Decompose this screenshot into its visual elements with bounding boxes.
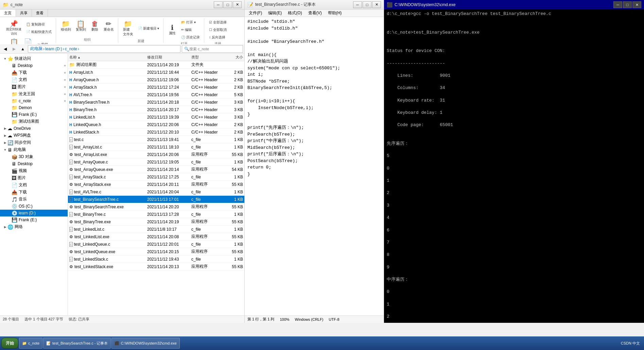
table-row[interactable]: H BinaryTree.h 2021/11/14 20:17 C/C++ He…	[68, 106, 244, 113]
cmd-maximize-button[interactable]: □	[623, 1, 632, 8]
sidebar-item-learn-d[interactable]: 💿 learn (D:)	[0, 210, 68, 216]
tab-share[interactable]: 共享	[16, 10, 32, 17]
copy-path-button[interactable]: 📋 复制路径	[24, 21, 54, 28]
properties-button[interactable]: ℹ 属性	[166, 23, 178, 37]
pin-quick-access-button[interactable]: 📌 固定到快速访问	[4, 19, 23, 37]
sidebar-item-desktop2[interactable]: 🖥 Desktop	[0, 160, 68, 167]
sidebar-item-cnote[interactable]: 📁 c_note ★	[0, 98, 68, 104]
close-button[interactable]: ✕	[233, 1, 242, 8]
notepad-close-button[interactable]: ✕	[372, 1, 381, 8]
address-path-display[interactable]: 此电脑 › learn (D:) › c_note ›	[28, 45, 180, 53]
sidebar-item-pictures2[interactable]: 🖼 图片	[0, 174, 68, 181]
sidebar-item-documents[interactable]: 📄 文档 ★	[0, 76, 68, 83]
menu-help[interactable]: 帮助(H)	[325, 10, 345, 17]
menu-format[interactable]: 格式(O)	[285, 10, 304, 17]
sidebar-item-pictures[interactable]: 🖼 图片 ★	[0, 83, 68, 90]
path-segment-learn[interactable]: learn (D:)	[45, 47, 62, 51]
table-row[interactable]: ⚙ test_ArrayList.exe 2021/11/14 20:06 应用…	[68, 151, 244, 158]
notepad-maximize-button[interactable]: □	[363, 1, 371, 8]
sidebar-item-wps[interactable]: ▶ ☁ WPS网盘	[0, 132, 68, 139]
forward-button[interactable]: ▶	[10, 45, 18, 53]
notepad-content[interactable]: #include "stdio.h" #include "stdlib.h" #…	[245, 17, 384, 315]
delete-button[interactable]: 🗑 删除	[89, 19, 101, 33]
tab-view[interactable]: 查看	[32, 10, 48, 17]
sidebar-item-demon[interactable]: 📁 Demon	[0, 104, 68, 111]
table-row[interactable]: H ArrayStack.h 2021/11/12 17:24 C/C++ He…	[68, 84, 244, 91]
table-row[interactable]: H LinkedStack.h 2021/11/12 20:10 C/C++ H…	[68, 128, 244, 136]
open-button[interactable]: 📂 打开 ▾	[179, 19, 202, 26]
table-row[interactable]: ⚙ test_BinarySearchTree.exe 2021/11/14 2…	[68, 203, 244, 211]
menu-view[interactable]: 查看(V)	[306, 10, 325, 17]
table-row[interactable]: ⚙ test_LinkedQueue.exe 2021/11/14 20:15 …	[68, 248, 244, 256]
cmd-close-button[interactable]: ✕	[632, 1, 641, 8]
minimize-button[interactable]: ─	[214, 1, 223, 8]
sidebar-item-docs2[interactable]: 📄 文档	[0, 181, 68, 189]
table-row[interactable]: H ArrayList.h 2021/11/12 16:44 C/C++ Hea…	[68, 69, 244, 76]
tab-home[interactable]: 主页	[0, 10, 16, 17]
sidebar-item-network[interactable]: ▶ 🌐 网络	[0, 223, 68, 230]
sidebar-item-music[interactable]: 🎵 音乐	[0, 196, 68, 203]
sidebar-item-frank-e2[interactable]: 💾 Frank (E:)	[0, 216, 68, 223]
table-row[interactable]: c test_ArrayStack.c 2021/11/12 17:25 c_f…	[68, 173, 244, 181]
sidebar-item-quick-access[interactable]: ▼ ⭐ 快速访问	[0, 55, 68, 62]
history-button[interactable]: 🕐 历史记录	[179, 34, 202, 41]
paste-shortcut-button[interactable]: 📄 粘贴快捷方式	[24, 29, 54, 35]
table-row[interactable]: H LinkedList.h 2021/11/13 19:39 C/C++ He…	[68, 113, 244, 121]
sidebar-item-onedrive[interactable]: ▶ ☁ OneDrive	[0, 125, 68, 132]
invert-select-button[interactable]: ↕ 反向选择	[207, 34, 229, 41]
col-type[interactable]: 类型	[190, 55, 224, 60]
sidebar-item-desktop[interactable]: 🖥 Desktop ★	[0, 62, 68, 69]
sidebar-item-dl2[interactable]: 📥 下载	[0, 189, 68, 196]
col-name[interactable]: 名称 ▲	[68, 55, 146, 60]
menu-edit[interactable]: 编辑(E)	[265, 10, 284, 17]
table-row[interactable]: c test_LinkedList.c 2021/11/8 10:17 c_fi…	[68, 226, 244, 233]
table-row[interactable]: c test_LinkedStack.c 2021/11/12 19:43 c_…	[68, 256, 244, 263]
sidebar-item-this-pc[interactable]: ▼ 🖥 此电脑	[0, 146, 68, 153]
select-all-button[interactable]: ☑ 全部选择	[207, 19, 229, 26]
rename-button[interactable]: ✏ 重命名	[102, 19, 116, 33]
path-segment-cnote[interactable]: c_note	[65, 47, 77, 51]
new-item-button[interactable]: 📄 新建项目 ▾	[136, 25, 161, 32]
sidebar-item-test-results[interactable]: 📁 测试结果图	[0, 118, 68, 125]
col-size[interactable]: 大小	[224, 55, 244, 60]
table-row[interactable]: c test_BinarySearchTree.c 2021/11/13 17:…	[68, 196, 244, 203]
move-to-button[interactable]: 📁 移动到	[59, 19, 73, 33]
maximize-button[interactable]: □	[223, 1, 232, 8]
new-folder-button[interactable]: 📁 新建文件夹	[121, 19, 135, 38]
cmd-minimize-button[interactable]: ─	[613, 1, 622, 8]
table-row[interactable]: ⚙ test_LinkedStack.exe 2021/11/14 20:13 …	[68, 263, 244, 270]
table-row[interactable]: ⚙ test_ArrayQueue.exe 2021/11/14 20:14 应…	[68, 166, 244, 173]
table-row[interactable]: H LinkedQueue.h 2021/11/12 20:06 C/C++ H…	[68, 121, 244, 128]
table-row[interactable]: ⚙ test_BinaryTree.exe 2021/11/14 20:19 应…	[68, 218, 244, 226]
sidebar-item-download[interactable]: 📥 下载 ★	[0, 69, 68, 76]
start-button[interactable]: 开始	[1, 338, 18, 349]
table-row[interactable]: ⚙ test_LinkedList.exe 2021/11/14 20:08 应…	[68, 233, 244, 241]
table-row[interactable]: 📁 测试结果图 2021/11/14 20:19 文件夹	[68, 61, 244, 69]
table-row[interactable]: H ArrayQueue.h 2021/11/12 19:06 C/C++ He…	[68, 76, 244, 84]
edit-button[interactable]: ✏ 编辑	[179, 27, 202, 33]
taskbar-btn-cmd[interactable]: ⬛ C:\WINDOWS\system32\cmd.exe	[111, 338, 179, 349]
sidebar-item-videos[interactable]: 🎬 视频	[0, 167, 68, 174]
col-date[interactable]: 修改日期	[146, 55, 190, 60]
sidebar-item-os-c[interactable]: 💿 OS (C:)	[0, 203, 68, 210]
taskbar-btn-explorer[interactable]: 📁 c_note	[19, 338, 42, 349]
table-row[interactable]: c test_LinkedQueue.c 2021/11/12 20:01 c_…	[68, 241, 244, 248]
menu-file[interactable]: 文件(F)	[246, 10, 265, 17]
sidebar-item-frank-e[interactable]: 💾 Frank (E:)	[0, 111, 68, 118]
search-input[interactable]	[189, 47, 241, 51]
back-button[interactable]: ◀	[1, 45, 9, 53]
copy-to-button[interactable]: 📋 复制到	[74, 19, 88, 33]
table-row[interactable]: ⚙ test_ArrayStack.exe 2021/11/14 20:11 应…	[68, 181, 244, 188]
sidebar-item-canglong[interactable]: 📁 沧龙王国 ★	[0, 90, 68, 98]
taskbar-btn-notepad[interactable]: 📝 test_BinarySearchTree.c - 记事本	[43, 338, 111, 349]
table-row[interactable]: H AVLTree.h 2021/11/14 19:56 C/C++ Heade…	[68, 91, 244, 99]
table-row[interactable]: c test_ArrayQueue.c 2021/11/12 19:05 c_f…	[68, 158, 244, 166]
table-row[interactable]: H BinarySearchTree.h 2021/11/14 20:18 C/…	[68, 99, 244, 106]
notepad-minimize-button[interactable]: ─	[353, 1, 362, 8]
up-button[interactable]: ▲	[19, 45, 27, 53]
sidebar-item-sync[interactable]: ▶ 🔄 同步空间	[0, 139, 68, 146]
sidebar-item-3d[interactable]: 📦 3D 对象	[0, 153, 68, 160]
table-row[interactable]: c test_ArrayList.c 2021/11/11 18:10 c_fi…	[68, 143, 244, 151]
path-segment-pc[interactable]: 此电脑	[30, 46, 42, 52]
table-row[interactable]: c test.c 2021/11/13 19:41 c_file 1 KB	[68, 136, 244, 143]
